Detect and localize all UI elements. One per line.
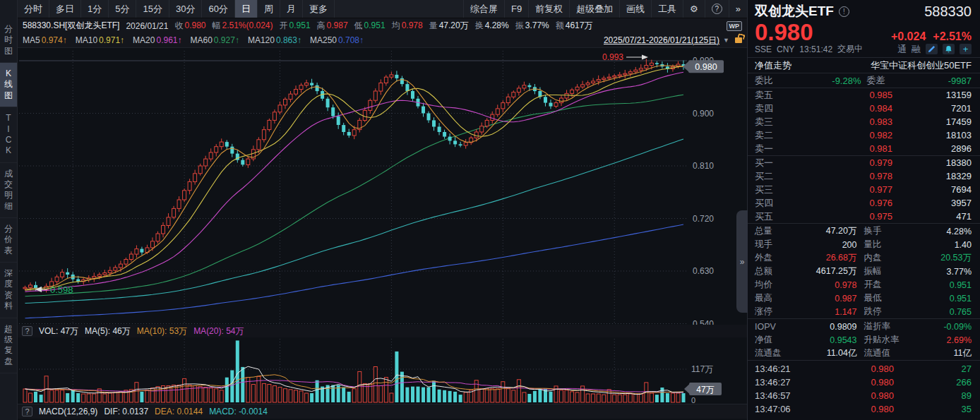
ask-row[interactable]: 卖四0.9847201 — [748, 102, 980, 115]
stat-row: 涨停1.147跌停0.765 — [748, 305, 980, 318]
svg-text:117万: 117万 — [691, 364, 713, 374]
sidebar-item-price-table[interactable]: 分价表 — [0, 218, 17, 263]
alert-bell-icon[interactable] — [943, 44, 955, 54]
time-sales-list: 13:46:210.9802713:46:270.98026613:46:570… — [748, 360, 980, 416]
menu-item-综合屏[interactable]: 综合屏 — [463, 0, 504, 18]
unlock-icon[interactable] — [735, 37, 742, 43]
info-field-额: 额4617万 — [556, 20, 593, 32]
sidebar-item-kline-chart[interactable]: K线图 — [0, 63, 17, 107]
stat-row: 总量47.20万换手4.28% — [748, 224, 980, 238]
tab-60分[interactable]: 60分 — [202, 0, 234, 18]
margin-flags: 通 融 — [897, 43, 921, 56]
quote-time: 13:51:42 — [799, 44, 832, 54]
weibi-row: 委比 -9.28% 委差 -9987 — [748, 73, 980, 88]
wp-tool-icon[interactable]: WP — [727, 21, 743, 31]
svg-text:0.980: 0.980 — [695, 62, 717, 72]
stock-name: 双创龙头ETF — [755, 2, 834, 20]
stock-code: 588330 — [924, 4, 972, 20]
bid-row[interactable]: 买三0.9777694 — [748, 183, 980, 196]
date-range[interactable]: 2025/07/21-2026/01/21(125日) — [604, 35, 719, 47]
ask-queue: 卖五0.98513159卖四0.9847201卖三0.98317459卖二0.9… — [748, 88, 980, 155]
tick-row[interactable]: 13:46:270.980266 — [748, 376, 980, 389]
menubar-tools: 综合屏F9前复权超级叠加画线工具⚙︎?» — [463, 0, 747, 18]
bid-row[interactable]: 买一0.97918380 — [748, 156, 980, 169]
ma-value-MA5: MA50.974↑ — [23, 35, 67, 45]
info-field-换: 换4.28% — [475, 20, 509, 32]
weibi-label: 委比 — [755, 74, 783, 87]
svg-text:47万: 47万 — [696, 385, 714, 395]
date-label: 2026/01/21 — [126, 21, 168, 31]
svg-text:0.540: 0.540 — [693, 319, 714, 325]
ask-row[interactable]: 卖五0.98513159 — [748, 88, 980, 102]
bid-queue: 买一0.97918380买二0.97818329买三0.9777694买四0.9… — [748, 156, 980, 223]
settings-gear-icon[interactable]: ⚙︎ — [683, 0, 705, 18]
bid-row[interactable]: 买四0.9763957 — [748, 196, 980, 210]
collapse-panel-handle[interactable]: » — [736, 210, 748, 313]
menu-item-前复权[interactable]: 前复权 — [528, 0, 569, 18]
stat-row: 净值0.9543升贴水率2.69% — [748, 333, 980, 347]
ma-value-MA20: MA200.961↑ — [133, 35, 181, 45]
tab-30分[interactable]: 30分 — [169, 0, 202, 18]
svg-text:0.598: 0.598 — [50, 284, 73, 295]
volume-values: VOL: 47万MA(5): 46万MA(10): 53万MA(20): 54万 — [39, 325, 244, 337]
ask-row[interactable]: 卖三0.98317459 — [748, 115, 980, 128]
tab-分时[interactable]: 分时 — [18, 0, 49, 18]
stat-row: 均价0.978开盘0.951 — [748, 278, 980, 292]
price-row: 0.980 +0.024 +2.51% — [748, 19, 980, 43]
stat-row: IOPV0.9809溢折率-0.09% — [748, 320, 980, 333]
tab-周[interactable]: 周 — [258, 0, 280, 18]
tab-月[interactable]: 月 — [280, 0, 303, 18]
tab-更多[interactable]: 更多 — [303, 0, 335, 18]
tab-5分[interactable]: 5分 — [109, 0, 136, 18]
bid-row[interactable]: 买五0.975471 — [748, 210, 980, 223]
help-icon[interactable]: ? — [705, 0, 729, 18]
weicha-label: 委差 — [861, 74, 894, 87]
nav-label: 净值走势 — [755, 59, 791, 72]
stat-row: 最高0.987最低0.951 — [748, 292, 980, 305]
range-dropdown-icon[interactable]: ▼ — [723, 37, 729, 44]
macd-values: DIF: 0.0137DEA: 0.0144MACD: -0.0014 — [104, 407, 267, 416]
info-icon[interactable]: ! — [839, 6, 849, 17]
ma-values-row: MA50.974↑MA100.971↑MA200.961↑MA600.927↑M… — [18, 33, 747, 48]
kline-chart[interactable]: 0.9930.5980.9900.9000.8100.7200.6300.540… — [18, 48, 747, 325]
sidebar-item-super-review[interactable]: 超级复盘 — [0, 318, 17, 373]
vol-MA5: MA(5): 46万 — [85, 325, 131, 337]
period-tabs: 分时多日1分5分15分30分60分日周月更多 — [18, 0, 335, 18]
sidebar-item-tick[interactable]: TICK — [0, 107, 17, 162]
edit-pencil-icon[interactable] — [926, 44, 938, 54]
sidebar-item-minute-chart[interactable]: 分时图 — [0, 18, 17, 63]
vol-help-icon[interactable]: ? — [22, 326, 32, 336]
sidebar-item-depth-info[interactable]: 深度资料 — [0, 263, 17, 318]
stat-row: 总额4617.25万振幅3.77% — [748, 265, 980, 278]
vol-VOL: VOL: 47万 — [39, 325, 78, 337]
ask-row[interactable]: 卖二0.98218103 — [748, 128, 980, 142]
tick-row[interactable]: 13:47:060.98035 — [748, 402, 980, 416]
menu-item-工具[interactable]: 工具 — [651, 0, 683, 18]
ask-row[interactable]: 卖一0.9812896 — [748, 142, 980, 155]
tab-1分[interactable]: 1分 — [81, 0, 109, 18]
macd-MACD: MACD: -0.0014 — [209, 407, 268, 416]
macd-help-icon[interactable]: ? — [22, 407, 32, 416]
menu-item-超级叠加[interactable]: 超级叠加 — [569, 0, 619, 18]
volume-pane[interactable]: 117万47万0 — [18, 337, 747, 404]
menu-item-F9[interactable]: F9 — [504, 0, 528, 18]
vol-MA20: MA(20): 54万 — [193, 325, 244, 337]
info-field-收: 收0.980 — [174, 20, 205, 32]
fund-details-grid: IOPV0.9809溢折率-0.09%净值0.9543升贴水率2.69%流通盘1… — [748, 318, 980, 360]
tick-row[interactable]: 13:46:210.98027 — [748, 362, 980, 376]
add-plus-icon[interactable]: + — [960, 44, 972, 54]
tab-日[interactable]: 日 — [235, 0, 258, 18]
sidebar-item-trade-detail[interactable]: 成交明细 — [0, 163, 17, 218]
tab-多日[interactable]: 多日 — [49, 0, 81, 18]
svg-text:0: 0 — [691, 396, 695, 404]
menu-item-画线[interactable]: 画线 — [619, 0, 651, 18]
nav-row[interactable]: 净值走势 华宝中证科创创业50ETF — [748, 58, 980, 73]
volume-header: ? VOL: 47万MA(5): 46万MA(10): 53万MA(20): 5… — [18, 325, 747, 337]
weibi-value: -9.28% — [783, 76, 861, 86]
chevron-double-right-icon[interactable]: » — [729, 0, 747, 18]
quote-panel: 双创龙头ETF ! 588330 0.980 +0.024 +2.51% SSE… — [747, 0, 980, 420]
stat-row: 外盘26.68万内盘20.53万 — [748, 251, 980, 265]
tab-15分[interactable]: 15分 — [136, 0, 169, 18]
bid-row[interactable]: 买二0.97818329 — [748, 169, 980, 183]
tick-row[interactable]: 13:46:570.98089 — [748, 389, 980, 402]
